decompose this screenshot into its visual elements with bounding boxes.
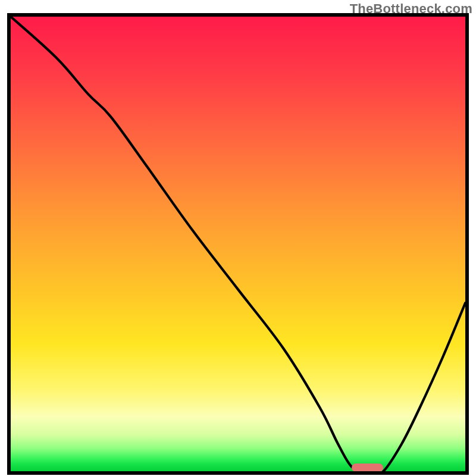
optimal-range-marker <box>352 464 383 472</box>
plot-frame <box>7 13 469 475</box>
bottleneck-curve <box>11 17 465 471</box>
chart-canvas: TheBottleneck.com <box>0 0 476 476</box>
